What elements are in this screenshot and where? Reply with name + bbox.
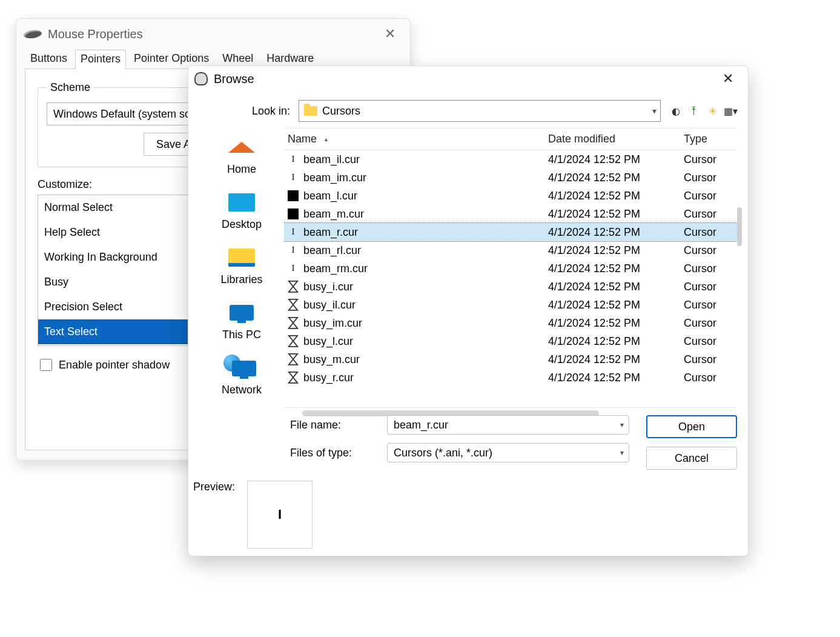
column-type-header[interactable]: Type bbox=[684, 133, 737, 145]
file-type: Cursor bbox=[684, 281, 737, 293]
table-row[interactable]: busy_l.cur4/1/2024 12:52 PMCursor bbox=[284, 332, 737, 350]
file-name: beam_rm.cur bbox=[303, 262, 368, 275]
table-row[interactable]: beam_m.cur4/1/2024 12:52 PMCursor bbox=[284, 205, 737, 223]
nav-icons: ◐ ⭱ ✳ ▦▾ bbox=[669, 105, 737, 117]
place-label: Libraries bbox=[220, 273, 262, 286]
file-date: 4/1/2024 12:52 PM bbox=[548, 281, 684, 293]
column-name-header[interactable]: Name ▴ bbox=[288, 133, 548, 145]
file-name-label: File name: bbox=[290, 419, 387, 432]
home-icon bbox=[228, 142, 255, 153]
file-name: beam_im.cur bbox=[303, 172, 366, 184]
file-name: beam_r.cur bbox=[303, 226, 358, 239]
scheme-legend: Scheme bbox=[47, 81, 94, 94]
file-type: Cursor bbox=[684, 262, 737, 275]
cancel-button[interactable]: Cancel bbox=[646, 447, 737, 470]
enable-pointer-shadow-checkbox[interactable] bbox=[40, 359, 52, 371]
hourglass-icon bbox=[288, 281, 299, 292]
hourglass-icon bbox=[288, 354, 299, 365]
place-home[interactable]: Home bbox=[199, 132, 284, 182]
file-date: 4/1/2024 12:52 PM bbox=[548, 208, 684, 221]
ibeam-icon bbox=[288, 172, 299, 183]
file-date: 4/1/2024 12:52 PM bbox=[548, 299, 684, 312]
place-libraries[interactable]: Libraries bbox=[199, 242, 284, 292]
file-date: 4/1/2024 12:52 PM bbox=[548, 226, 684, 239]
place-label: Home bbox=[227, 163, 256, 176]
preview-area: Preview: I bbox=[188, 471, 748, 549]
enable-pointer-shadow-label: Enable pointer shadow bbox=[59, 359, 170, 372]
table-row[interactable]: beam_l.cur4/1/2024 12:52 PMCursor bbox=[284, 187, 737, 205]
files-of-type-label: Files of type: bbox=[290, 447, 387, 459]
file-name: busy_r.cur bbox=[303, 372, 354, 384]
file-date: 4/1/2024 12:52 PM bbox=[548, 372, 684, 384]
chevron-down-icon: ▾ bbox=[620, 421, 624, 429]
file-type: Cursor bbox=[684, 153, 737, 166]
table-row[interactable]: beam_il.cur4/1/2024 12:52 PMCursor bbox=[284, 150, 737, 168]
new-folder-icon[interactable]: ✳ bbox=[706, 105, 719, 117]
file-date: 4/1/2024 12:52 PM bbox=[548, 172, 684, 184]
tab-pointers[interactable]: Pointers bbox=[75, 50, 126, 69]
place-network[interactable]: Network bbox=[199, 352, 284, 402]
titlebar[interactable]: Mouse Properties ✕ bbox=[16, 19, 410, 49]
window-title: Mouse Properties bbox=[48, 27, 143, 41]
file-date: 4/1/2024 12:52 PM bbox=[548, 335, 684, 348]
hourglass-icon bbox=[288, 372, 299, 383]
file-type: Cursor bbox=[684, 172, 737, 184]
file-name: beam_m.cur bbox=[303, 208, 364, 221]
table-row[interactable]: busy_i.cur4/1/2024 12:52 PMCursor bbox=[284, 278, 737, 296]
lookin-combo[interactable]: Cursors ▾ bbox=[299, 100, 661, 122]
desktop-icon bbox=[228, 193, 255, 212]
file-name-input[interactable]: beam_r.cur ▾ bbox=[387, 415, 629, 435]
folder-icon bbox=[304, 106, 317, 116]
sort-caret-icon: ▴ bbox=[325, 136, 328, 142]
table-row[interactable]: beam_rm.cur4/1/2024 12:52 PMCursor bbox=[284, 259, 737, 278]
preview-box: I bbox=[247, 481, 313, 549]
table-row[interactable]: busy_r.cur4/1/2024 12:52 PMCursor bbox=[284, 369, 737, 387]
lookin-value: Cursors bbox=[322, 105, 360, 118]
hourglass-icon bbox=[288, 318, 299, 329]
file-type: Cursor bbox=[684, 353, 737, 366]
back-icon[interactable]: ◐ bbox=[669, 105, 683, 117]
file-name: busy_im.cur bbox=[303, 317, 362, 330]
file-type: Cursor bbox=[684, 317, 737, 330]
file-date: 4/1/2024 12:52 PM bbox=[548, 317, 684, 330]
view-icon[interactable]: ▦▾ bbox=[724, 105, 737, 117]
file-list-header: Name ▴ Date modified Type bbox=[284, 128, 737, 150]
place-label: This PC bbox=[222, 329, 261, 341]
vertical-scrollbar[interactable] bbox=[737, 207, 742, 246]
close-icon[interactable]: ✕ bbox=[376, 22, 404, 46]
files-of-type-value: Cursors (*.ani, *.cur) bbox=[394, 447, 492, 459]
table-row[interactable]: beam_rl.cur4/1/2024 12:52 PMCursor bbox=[284, 241, 737, 259]
monitor-icon bbox=[230, 305, 254, 321]
file-name: beam_il.cur bbox=[303, 153, 360, 166]
file-type: Cursor bbox=[684, 299, 737, 312]
place-desktop[interactable]: Desktop bbox=[199, 187, 284, 237]
hourglass-icon bbox=[288, 299, 299, 310]
file-name: busy_l.cur bbox=[303, 335, 353, 348]
ibeam-icon: I bbox=[278, 507, 282, 522]
tab-buttons[interactable]: Buttons bbox=[25, 49, 73, 68]
file-type: Cursor bbox=[684, 208, 737, 221]
open-button[interactable]: Open bbox=[646, 415, 737, 438]
file-date: 4/1/2024 12:52 PM bbox=[548, 244, 684, 257]
place-this-pc[interactable]: This PC bbox=[199, 297, 284, 347]
file-type: Cursor bbox=[684, 335, 737, 348]
file-name: beam_l.cur bbox=[303, 190, 357, 202]
table-row[interactable]: beam_im.cur4/1/2024 12:52 PMCursor bbox=[284, 168, 737, 187]
mouse-icon bbox=[23, 28, 42, 39]
file-date: 4/1/2024 12:52 PM bbox=[548, 262, 684, 275]
table-row[interactable]: busy_il.cur4/1/2024 12:52 PMCursor bbox=[284, 296, 737, 314]
file-name-value: beam_r.cur bbox=[394, 419, 448, 432]
table-row[interactable]: busy_im.cur4/1/2024 12:52 PMCursor bbox=[284, 314, 737, 332]
table-row[interactable]: beam_r.cur4/1/2024 12:52 PMCursor bbox=[284, 223, 737, 241]
table-row[interactable]: busy_m.cur4/1/2024 12:52 PMCursor bbox=[284, 350, 737, 369]
file-name: busy_il.cur bbox=[303, 299, 356, 312]
up-icon[interactable]: ⭱ bbox=[687, 105, 701, 116]
titlebar[interactable]: Browse ✕ bbox=[188, 66, 748, 92]
file-date: 4/1/2024 12:52 PM bbox=[548, 153, 684, 166]
close-icon[interactable]: ✕ bbox=[714, 68, 742, 89]
column-date-header[interactable]: Date modified bbox=[548, 133, 684, 145]
file-type: Cursor bbox=[684, 244, 737, 257]
file-date: 4/1/2024 12:52 PM bbox=[548, 353, 684, 366]
files-of-type-combo[interactable]: Cursors (*.ani, *.cur) ▾ bbox=[387, 443, 629, 462]
chevron-down-icon: ▾ bbox=[652, 106, 656, 116]
